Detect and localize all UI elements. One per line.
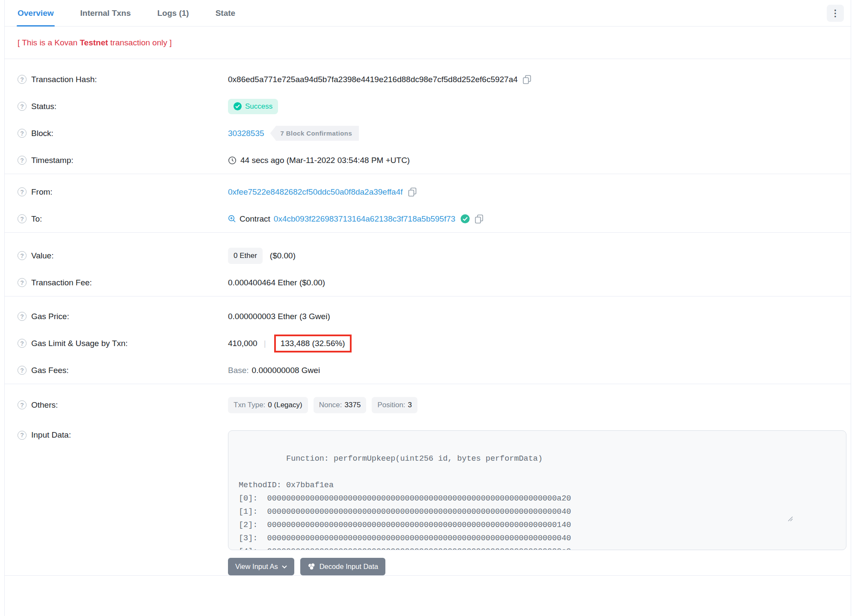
help-icon[interactable]: ? [18,251,27,260]
kebab-menu-icon[interactable]: ⋮ [827,5,844,22]
transaction-hash-value: 0x86ed5a771e725aa94d5b7fa2398e4419e216d8… [228,75,518,84]
tab-logs[interactable]: Logs (1) [157,0,189,26]
help-icon[interactable]: ? [18,156,27,165]
from-label: From: [31,187,53,197]
help-icon[interactable]: ? [18,75,27,84]
help-icon[interactable]: ? [18,339,27,348]
timestamp-value: 44 secs ago (Mar-11-2022 03:54:48 PM +UT… [240,156,410,165]
row-to: ? To: Contract 0x4cb093f226983713164a621… [18,205,846,232]
row-gas-price: ? Gas Price: 0.000000003 Ether (3 Gwei) [18,303,846,330]
input-data-content: Function: performUpkeep(uint256 id, byte… [239,454,571,550]
decode-icon [308,563,316,571]
chevron-down-icon [282,565,287,569]
block-confirmations-badge: 7 Block Confirmations [270,126,359,141]
help-icon[interactable]: ? [18,312,27,321]
row-gas-fees: ? Gas Fees: Base: 0.000000008 Gwei [18,357,846,384]
txn-type-value: 0 (Legacy) [268,401,302,409]
view-input-as-label: View Input As [235,563,278,571]
others-label: Others: [31,400,58,410]
txn-type-badge: Txn Type: 0 (Legacy) [228,397,308,413]
resize-grip-icon[interactable] [787,489,844,548]
help-icon[interactable]: ? [18,278,27,287]
row-others: ? Others: Txn Type: 0 (Legacy) Nonce: 33… [18,391,846,418]
row-block: ? Block: 30328535 7 Block Confirmations [18,120,846,147]
row-status: ? Status: Success [18,93,846,120]
input-data-label: Input Data: [31,430,71,440]
testnet-note-suffix: transaction only ] [108,38,172,47]
gas-limit-separator: | [264,339,266,348]
row-transaction-hash: ? Transaction Hash: 0x86ed5a771e725aa94d… [18,66,846,93]
help-icon[interactable]: ? [18,431,27,440]
nonce-name: Nonce: [319,401,342,409]
help-icon[interactable]: ? [18,102,27,111]
input-data-textarea[interactable]: Function: performUpkeep(uint256 id, byte… [228,430,846,550]
gas-usage-value: 133,488 (32.56%) [281,339,345,348]
decode-input-data-label: Decode Input Data [320,563,379,571]
view-input-as-button[interactable]: View Input As [228,558,294,575]
transaction-fee-label: Transaction Fee: [31,278,92,287]
transaction-card: Overview Internal Txns Logs (1) State ⋮ … [4,0,851,616]
tab-bar: Overview Internal Txns Logs (1) State ⋮ [5,0,851,27]
block-number-link[interactable]: 30328535 [228,129,264,138]
testnet-note: [ This is a Kovan Testnet transaction on… [18,27,846,59]
transaction-fee-value: 0.000400464 Ether ($0.00) [228,278,325,287]
value-usd: ($0.00) [270,251,296,261]
transaction-hash-label: Transaction Hash: [31,75,97,84]
help-icon[interactable]: ? [18,366,27,375]
timestamp-label: Timestamp: [31,156,74,165]
testnet-note-bold: Testnet [80,38,108,47]
position-badge: Position: 3 [372,397,417,413]
copy-icon[interactable] [523,75,531,84]
row-gas-limit-usage: ? Gas Limit & Usage by Txn: 410,000 | 13… [18,330,846,357]
help-icon[interactable]: ? [18,129,27,138]
status-value: Success [245,102,272,111]
testnet-note-prefix: [ This is a Kovan [18,38,80,47]
row-transaction-fee: ? Transaction Fee: 0.000400464 Ether ($0… [18,269,846,296]
help-icon[interactable]: ? [18,187,27,196]
tab-overview[interactable]: Overview [18,0,54,26]
tab-internal-txns[interactable]: Internal Txns [80,0,131,26]
to-address-link[interactable]: 0x4cb093f226983713164a62138c3f718a5b595f… [274,214,456,224]
copy-icon[interactable] [475,214,483,224]
to-contract-word: Contract [240,214,270,224]
decode-input-data-button[interactable]: Decode Input Data [300,558,386,575]
block-label: Block: [31,129,53,138]
row-input-data: ? Input Data: Function: performUpkeep(ui… [18,418,846,550]
divider [5,575,851,576]
gas-fees-label: Gas Fees: [31,366,69,375]
clock-icon [228,156,237,165]
from-address-link[interactable]: 0xfee7522e8482682cf50ddc50a0f8da2a39effa… [228,187,403,197]
gas-usage-annotation-box: 133,488 (32.56%) [274,335,352,352]
success-check-icon [234,102,242,110]
help-icon[interactable]: ? [18,214,27,223]
copy-icon[interactable] [408,187,417,197]
row-from: ? From: 0xfee7522e8482682cf50ddc50a0f8da… [18,178,846,205]
value-label: Value: [31,251,53,261]
to-label: To: [31,214,42,224]
row-timestamp: ? Timestamp: 44 secs ago (Mar-11-2022 03… [18,147,846,174]
gas-price-label: Gas Price: [31,312,69,321]
nonce-value: 3375 [345,401,361,409]
verified-check-icon [461,214,470,223]
gas-limit-label: Gas Limit & Usage by Txn: [31,339,128,348]
txn-type-name: Txn Type: [234,401,265,409]
position-name: Position: [377,401,405,409]
gas-price-value: 0.000000003 Ether (3 Gwei) [228,312,330,321]
position-value: 3 [408,401,412,409]
gas-fees-base-value: 0.000000008 Gwei [252,366,320,375]
tab-state[interactable]: State [216,0,235,26]
ether-value-badge: 0 Ether [228,248,263,264]
magnifier-plus-icon[interactable] [228,215,236,223]
gas-limit-value: 410,000 [228,339,257,348]
nonce-badge: Nonce: 3375 [314,397,367,413]
help-icon[interactable]: ? [18,400,27,409]
row-value: ? Value: 0 Ether ($0.00) [18,242,846,269]
status-label: Status: [31,102,56,111]
status-badge: Success [228,99,278,114]
gas-fees-base-label: Base: [228,366,249,375]
